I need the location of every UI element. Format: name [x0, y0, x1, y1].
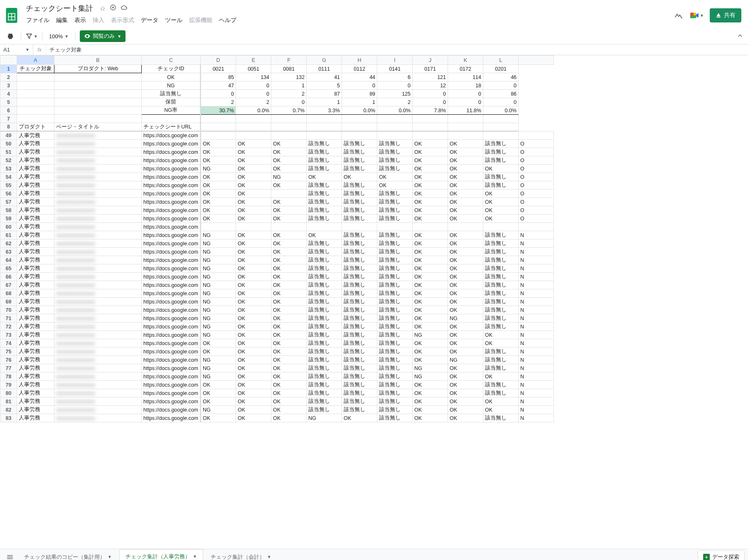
cell-H66[interactable]: 該当無し [342, 273, 377, 281]
cell-C64[interactable]: https://docs.google.com [142, 256, 201, 264]
tab-menu-icon[interactable]: ▼ [108, 555, 112, 559]
cell-F4[interactable]: 2 [271, 90, 307, 98]
row-header-60[interactable]: 60 [0, 223, 17, 231]
cell-E57[interactable]: OK [236, 198, 271, 206]
cell-K7[interactable] [448, 115, 483, 123]
cell-A76[interactable]: 人事労務 [17, 356, 54, 364]
cell-H57[interactable]: 該当無し [342, 198, 377, 206]
cell-B61[interactable]: xxxxxxxxxxxxxxx [54, 231, 142, 239]
cell-M82[interactable]: N [519, 406, 554, 414]
cell-K56[interactable]: OK [448, 190, 483, 198]
cell-C66[interactable]: https://docs.google.com [142, 273, 201, 281]
cell-E55[interactable]: OK [236, 181, 271, 190]
cell-C57[interactable]: https://docs.google.com [142, 198, 201, 206]
cell-G2[interactable]: 41 [307, 73, 342, 81]
cell-H4[interactable]: 89 [342, 90, 377, 98]
cell-J74[interactable]: OK [413, 339, 448, 348]
row-header-53[interactable]: 53 [0, 165, 17, 173]
col-header-I[interactable]: I [377, 56, 413, 65]
cell-I6[interactable]: 0.0% [377, 106, 413, 115]
cell-H61[interactable]: 該当無し [342, 231, 377, 239]
cell-B74[interactable]: xxxxxxxxxxxxxxx [54, 339, 142, 348]
cell-D4[interactable]: 0 [201, 90, 236, 98]
col-header-A[interactable]: A [17, 56, 54, 65]
cell-C49[interactable]: https://docs.google.com [142, 131, 201, 140]
row-header-54[interactable]: 54 [0, 173, 17, 181]
cell-F64[interactable]: OK [271, 256, 307, 264]
cell-A75[interactable]: 人事労務 [17, 348, 54, 356]
cell-B70[interactable]: xxxxxxxxxxxxxxx [54, 306, 142, 314]
cell-A74[interactable]: 人事労務 [17, 339, 54, 348]
cell-F68[interactable]: OK [271, 289, 307, 298]
row-header-78[interactable]: 78 [0, 373, 17, 381]
cell-D71[interactable]: NG [201, 314, 236, 323]
cell-D62[interactable]: NG [201, 239, 236, 248]
cell-M64[interactable]: N [519, 256, 554, 264]
cell-M61[interactable]: N [519, 231, 554, 239]
cell-M73[interactable]: N [519, 331, 554, 339]
cell-A61[interactable]: 人事労務 [17, 231, 54, 239]
cell-M56[interactable]: O [519, 190, 554, 198]
row-header-56[interactable]: 56 [0, 190, 17, 198]
cell-K79[interactable]: OK [448, 381, 483, 389]
cell-I65[interactable]: 該当無し [377, 264, 413, 273]
cell-C54[interactable]: https://docs.google.com [142, 173, 201, 181]
cell-F80[interactable]: OK [271, 389, 307, 397]
cell-L72[interactable]: 該当無し [483, 323, 519, 331]
cell-A64[interactable]: 人事労務 [17, 256, 54, 264]
cell-C82[interactable]: https://docs.google.com [142, 406, 201, 414]
cell-A69[interactable]: 人事労務 [17, 298, 54, 306]
cell-G67[interactable]: 該当無し [307, 281, 342, 289]
cell-L54[interactable]: 該当無し [483, 173, 519, 181]
cell-G58[interactable]: 該当無し [307, 206, 342, 215]
cell-A80[interactable]: 人事労務 [17, 389, 54, 397]
cell-D79[interactable]: OK [201, 381, 236, 389]
row-header-62[interactable]: 62 [0, 239, 17, 248]
cell-A2[interactable] [17, 73, 54, 81]
cell-C76[interactable]: https://docs.google.com [142, 356, 201, 364]
cell-G49[interactable] [307, 131, 342, 140]
cell-B57[interactable]: xxxxxxxxxxxxxxx [54, 198, 142, 206]
cell-M60[interactable] [519, 223, 554, 231]
cell-A3[interactable] [17, 81, 54, 90]
cell-E62[interactable]: OK [236, 239, 271, 248]
cell-H62[interactable]: 該当無し [342, 239, 377, 248]
cell-B76[interactable]: xxxxxxxxxxxxxxx [54, 356, 142, 364]
cell-D68[interactable]: NG [201, 289, 236, 298]
formula-input[interactable]: チェック対象 [46, 46, 748, 54]
cell-D7[interactable] [201, 115, 236, 123]
cell-E58[interactable]: OK [236, 206, 271, 215]
cell-H72[interactable]: 該当無し [342, 323, 377, 331]
cell-F3[interactable]: 1 [271, 81, 307, 90]
cell-D51[interactable]: OK [201, 148, 236, 156]
cell-I74[interactable]: 該当無し [377, 339, 413, 348]
cell-C75[interactable]: https://docs.google.com [142, 348, 201, 356]
row-header-59[interactable]: 59 [0, 215, 17, 223]
cell-B67[interactable]: xxxxxxxxxxxxxxx [54, 281, 142, 289]
cell-A57[interactable]: 人事労務 [17, 198, 54, 206]
cell-K83[interactable]: OK [448, 414, 483, 422]
cell-K81[interactable]: OK [448, 397, 483, 406]
cell-E82[interactable]: OK [236, 406, 271, 414]
cell-A51[interactable]: 人事労務 [17, 148, 54, 156]
cell-id-0201[interactable]: 0201 [483, 65, 519, 73]
cell-K60[interactable] [448, 223, 483, 231]
cell-id-0172[interactable]: 0172 [448, 65, 483, 73]
print-icon[interactable] [4, 30, 17, 42]
col-header-H[interactable]: H [342, 56, 377, 65]
cell-H80[interactable]: 該当無し [342, 389, 377, 397]
cell-E72[interactable]: OK [236, 323, 271, 331]
cell-K50[interactable]: OK [448, 140, 483, 148]
cell-E80[interactable]: OK [236, 389, 271, 397]
cell-E71[interactable]: OK [236, 314, 271, 323]
cell-M81[interactable]: N [519, 397, 554, 406]
cell-C61[interactable]: https://docs.google.com [142, 231, 201, 239]
cell-H7[interactable] [342, 115, 377, 123]
cell-F52[interactable]: OK [271, 156, 307, 165]
cell-I60[interactable] [377, 223, 413, 231]
cell-F7[interactable] [271, 115, 307, 123]
cell-id-0112[interactable]: 0112 [342, 65, 377, 73]
cell-H51[interactable]: 該当無し [342, 148, 377, 156]
row-header-71[interactable]: 71 [0, 314, 17, 323]
cell-I54[interactable]: OK [377, 173, 413, 181]
